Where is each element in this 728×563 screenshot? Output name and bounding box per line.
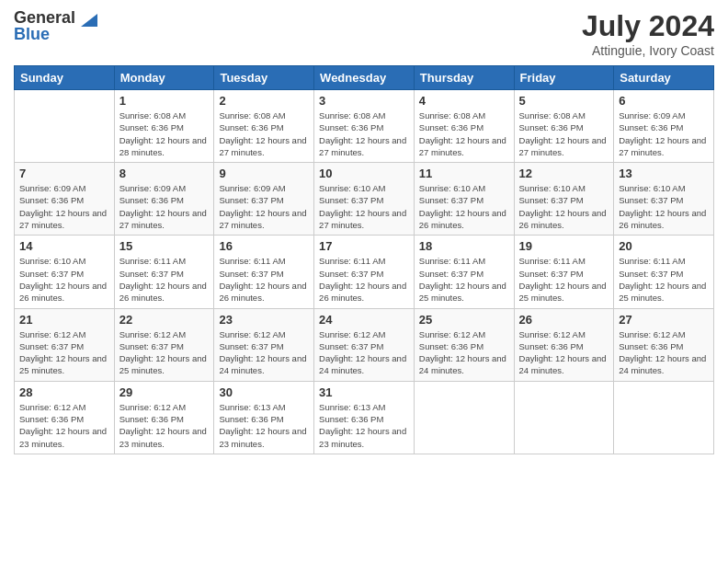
day-number: 31 [319, 385, 409, 399]
table-row: 19Sunrise: 6:11 AMSunset: 6:37 PMDayligh… [514, 236, 614, 308]
day-number: 16 [219, 239, 309, 253]
day-number: 9 [219, 167, 309, 180]
day-info: Sunrise: 6:11 AMSunset: 6:37 PMDaylight:… [219, 255, 309, 304]
day-number: 13 [619, 167, 709, 180]
day-number: 25 [419, 313, 509, 327]
day-info: Sunrise: 6:11 AMSunset: 6:37 PMDaylight:… [519, 255, 609, 304]
calendar-week-4: 21Sunrise: 6:12 AMSunset: 6:37 PMDayligh… [15, 308, 714, 381]
table-row: 15Sunrise: 6:11 AMSunset: 6:37 PMDayligh… [114, 236, 214, 308]
table-row: 21Sunrise: 6:12 AMSunset: 6:37 PMDayligh… [15, 308, 115, 381]
table-row [514, 381, 614, 454]
month-year: July 2024 [582, 9, 714, 43]
day-info: Sunrise: 6:12 AMSunset: 6:37 PMDaylight:… [319, 328, 409, 377]
day-number: 20 [619, 239, 709, 253]
day-info: Sunrise: 6:10 AMSunset: 6:37 PMDaylight:… [619, 182, 709, 231]
table-row: 26Sunrise: 6:12 AMSunset: 6:36 PMDayligh… [514, 308, 614, 381]
table-row: 6Sunrise: 6:09 AMSunset: 6:36 PMDaylight… [614, 90, 714, 163]
logo-icon [77, 10, 97, 27]
day-info: Sunrise: 6:12 AMSunset: 6:36 PMDaylight:… [19, 401, 109, 450]
logo: General Blue [14, 9, 97, 44]
table-row: 27Sunrise: 6:12 AMSunset: 6:36 PMDayligh… [614, 308, 714, 381]
day-info: Sunrise: 6:08 AMSunset: 6:36 PMDaylight:… [119, 109, 210, 158]
header-friday: Friday [514, 66, 614, 90]
day-info: Sunrise: 6:12 AMSunset: 6:36 PMDaylight:… [119, 401, 210, 450]
calendar-week-3: 14Sunrise: 6:10 AMSunset: 6:37 PMDayligh… [15, 236, 714, 308]
table-row: 5Sunrise: 6:08 AMSunset: 6:36 PMDaylight… [514, 90, 614, 163]
day-number: 2 [219, 94, 309, 108]
logo-blue: Blue [14, 26, 50, 44]
table-row: 28Sunrise: 6:12 AMSunset: 6:36 PMDayligh… [15, 381, 115, 454]
day-number: 29 [119, 385, 210, 399]
day-info: Sunrise: 6:11 AMSunset: 6:37 PMDaylight:… [319, 255, 409, 304]
day-info: Sunrise: 6:11 AMSunset: 6:37 PMDaylight:… [419, 255, 509, 304]
table-row: 2Sunrise: 6:08 AMSunset: 6:36 PMDaylight… [214, 90, 314, 163]
day-number: 21 [19, 313, 109, 327]
calendar-table: Sunday Monday Tuesday Wednesday Thursday… [14, 65, 714, 454]
day-info: Sunrise: 6:11 AMSunset: 6:37 PMDaylight:… [619, 255, 709, 304]
day-number: 4 [419, 94, 509, 108]
table-row: 11Sunrise: 6:10 AMSunset: 6:37 PMDayligh… [414, 163, 514, 236]
day-info: Sunrise: 6:09 AMSunset: 6:36 PMDaylight:… [119, 182, 210, 231]
table-row: 4Sunrise: 6:08 AMSunset: 6:36 PMDaylight… [414, 90, 514, 163]
day-info: Sunrise: 6:10 AMSunset: 6:37 PMDaylight:… [519, 182, 609, 231]
table-row: 1Sunrise: 6:08 AMSunset: 6:36 PMDaylight… [114, 90, 214, 163]
table-row: 20Sunrise: 6:11 AMSunset: 6:37 PMDayligh… [614, 236, 714, 308]
table-row: 16Sunrise: 6:11 AMSunset: 6:37 PMDayligh… [214, 236, 314, 308]
day-info: Sunrise: 6:12 AMSunset: 6:36 PMDaylight:… [519, 328, 609, 377]
table-row: 14Sunrise: 6:10 AMSunset: 6:37 PMDayligh… [15, 236, 115, 308]
table-row: 24Sunrise: 6:12 AMSunset: 6:37 PMDayligh… [314, 308, 415, 381]
day-number: 7 [19, 167, 109, 180]
day-number: 26 [519, 313, 609, 327]
day-info: Sunrise: 6:10 AMSunset: 6:37 PMDaylight:… [19, 255, 109, 304]
day-number: 28 [19, 385, 109, 399]
table-row: 18Sunrise: 6:11 AMSunset: 6:37 PMDayligh… [414, 236, 514, 308]
svg-marker-0 [81, 14, 97, 27]
day-info: Sunrise: 6:13 AMSunset: 6:36 PMDaylight:… [219, 401, 309, 450]
calendar-week-5: 28Sunrise: 6:12 AMSunset: 6:36 PMDayligh… [15, 381, 714, 454]
header-thursday: Thursday [414, 66, 514, 90]
day-info: Sunrise: 6:12 AMSunset: 6:37 PMDaylight:… [119, 328, 210, 377]
day-info: Sunrise: 6:13 AMSunset: 6:36 PMDaylight:… [319, 401, 409, 450]
table-row [614, 381, 714, 454]
table-row [15, 90, 115, 163]
day-number: 30 [219, 385, 309, 399]
calendar-header-row: Sunday Monday Tuesday Wednesday Thursday… [15, 66, 714, 90]
day-info: Sunrise: 6:08 AMSunset: 6:36 PMDaylight:… [419, 109, 509, 158]
day-info: Sunrise: 6:09 AMSunset: 6:37 PMDaylight:… [219, 182, 309, 231]
table-row: 10Sunrise: 6:10 AMSunset: 6:37 PMDayligh… [314, 163, 415, 236]
table-row: 8Sunrise: 6:09 AMSunset: 6:36 PMDaylight… [114, 163, 214, 236]
header-saturday: Saturday [614, 66, 714, 90]
day-number: 3 [319, 94, 409, 108]
title-block: July 2024 Attinguie, Ivory Coast [582, 9, 714, 58]
day-number: 18 [419, 239, 509, 253]
day-info: Sunrise: 6:10 AMSunset: 6:37 PMDaylight:… [319, 182, 409, 231]
calendar-week-2: 7Sunrise: 6:09 AMSunset: 6:36 PMDaylight… [15, 163, 714, 236]
day-number: 19 [519, 239, 609, 253]
day-info: Sunrise: 6:12 AMSunset: 6:37 PMDaylight:… [219, 328, 309, 377]
day-info: Sunrise: 6:08 AMSunset: 6:36 PMDaylight:… [219, 109, 309, 158]
table-row: 25Sunrise: 6:12 AMSunset: 6:36 PMDayligh… [414, 308, 514, 381]
table-row: 30Sunrise: 6:13 AMSunset: 6:36 PMDayligh… [214, 381, 314, 454]
day-number: 6 [619, 94, 709, 108]
day-number: 22 [119, 313, 210, 327]
day-info: Sunrise: 6:09 AMSunset: 6:36 PMDaylight:… [619, 109, 709, 158]
location: Attinguie, Ivory Coast [582, 43, 714, 58]
day-number: 27 [619, 313, 709, 327]
table-row: 9Sunrise: 6:09 AMSunset: 6:37 PMDaylight… [214, 163, 314, 236]
day-info: Sunrise: 6:12 AMSunset: 6:36 PMDaylight:… [419, 328, 509, 377]
header: General Blue July 2024 Attinguie, Ivory … [14, 9, 714, 58]
table-row: 12Sunrise: 6:10 AMSunset: 6:37 PMDayligh… [514, 163, 614, 236]
table-row: 17Sunrise: 6:11 AMSunset: 6:37 PMDayligh… [314, 236, 415, 308]
day-number: 10 [319, 167, 409, 180]
day-number: 5 [519, 94, 609, 108]
day-info: Sunrise: 6:08 AMSunset: 6:36 PMDaylight:… [319, 109, 409, 158]
day-number: 24 [319, 313, 409, 327]
calendar-week-1: 1Sunrise: 6:08 AMSunset: 6:36 PMDaylight… [15, 90, 714, 163]
table-row: 29Sunrise: 6:12 AMSunset: 6:36 PMDayligh… [114, 381, 214, 454]
header-sunday: Sunday [15, 66, 115, 90]
day-number: 8 [119, 167, 210, 180]
day-info: Sunrise: 6:08 AMSunset: 6:36 PMDaylight:… [519, 109, 609, 158]
day-info: Sunrise: 6:09 AMSunset: 6:36 PMDaylight:… [19, 182, 109, 231]
day-info: Sunrise: 6:10 AMSunset: 6:37 PMDaylight:… [419, 182, 509, 231]
day-number: 17 [319, 239, 409, 253]
